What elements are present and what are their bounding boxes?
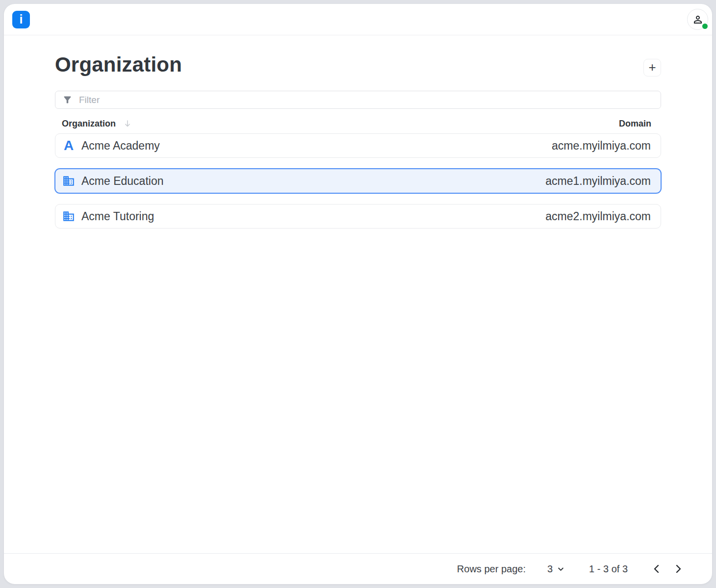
building-icon	[62, 175, 75, 187]
organization-domain: acme2.myilmiya.com	[545, 210, 651, 223]
filter-funnel-icon	[62, 95, 73, 105]
pagination-bar: Rows per page: 3 1 - 3 of 3	[4, 553, 712, 584]
filter-input[interactable]	[79, 95, 654, 105]
logo-letter: i	[20, 12, 23, 26]
app-logo[interactable]: i	[12, 11, 30, 28]
user-menu-button[interactable]	[687, 9, 708, 30]
table-row[interactable]: Acme Tutoring acme2.myilmiya.com	[55, 204, 661, 229]
organization-domain: acme1.myilmiya.com	[545, 175, 651, 188]
person-icon	[692, 14, 704, 26]
column-header-organization[interactable]: Organization	[62, 119, 132, 129]
sort-descending-icon	[123, 119, 132, 128]
filter-bar	[55, 91, 661, 109]
table-row-selected[interactable]: Acme Education acme1.myilmiya.com	[55, 169, 661, 193]
add-organization-button[interactable]: +	[643, 59, 661, 77]
page-title: Organization	[55, 53, 182, 77]
building-icon	[62, 210, 75, 223]
organization-name: Acme Academy	[81, 139, 160, 153]
previous-page-button[interactable]	[649, 562, 664, 576]
organization-domain: acme.myilmiya.com	[552, 139, 651, 153]
chevron-left-icon	[651, 563, 663, 575]
pagination-range: 1 - 3 of 3	[589, 563, 628, 575]
chevron-down-icon	[556, 564, 565, 574]
column-header-domain: Domain	[619, 119, 651, 129]
rows-per-page-select[interactable]: 3	[547, 563, 565, 575]
rows-per-page-label: Rows per page:	[457, 563, 526, 575]
app-window: i Organization + Organization Domain	[4, 4, 712, 584]
organization-header-label: Organization	[62, 119, 116, 129]
top-bar: i	[4, 4, 712, 35]
organization-name: Acme Tutoring	[81, 210, 154, 223]
organization-list: A Acme Academy acme.myilmiya.com Acme Ed…	[55, 133, 661, 239]
plus-icon: +	[648, 61, 656, 74]
organization-name: Acme Education	[81, 175, 163, 188]
online-status-dot	[702, 24, 708, 29]
letter-a-icon: A	[62, 139, 75, 152]
table-header: Organization Domain	[55, 115, 661, 132]
table-row[interactable]: A Acme Academy acme.myilmiya.com	[55, 133, 661, 158]
chevron-right-icon	[672, 563, 684, 575]
rows-per-page-value: 3	[547, 563, 553, 575]
next-page-button[interactable]	[671, 562, 686, 576]
